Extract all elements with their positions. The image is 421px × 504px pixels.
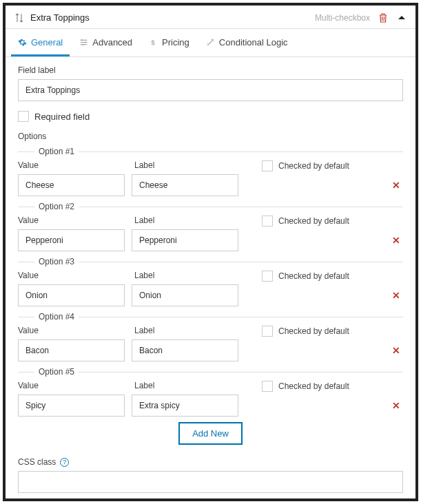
field-title: Extra Toppings <box>30 12 315 23</box>
option-column-headers: Value Label Checked by default <box>18 271 403 282</box>
remove-option-icon[interactable]: ✕ <box>392 345 403 356</box>
tab-label: Conditional Logic <box>219 37 288 48</box>
field-label-group: Field label <box>18 65 403 101</box>
option-value-input[interactable] <box>18 229 125 251</box>
remove-option-icon[interactable]: ✕ <box>392 180 403 191</box>
options-list: Option #1 Value Label Checked by default… <box>18 147 403 417</box>
option-legend-row: Option #3 <box>18 257 403 266</box>
value-header: Value <box>18 216 125 227</box>
tab-general[interactable]: General <box>11 29 70 56</box>
option-label-input[interactable] <box>132 174 238 196</box>
checked-default-checkbox[interactable] <box>262 381 273 392</box>
collapse-icon[interactable] <box>398 14 406 22</box>
tab-label: Pricing <box>162 37 189 48</box>
checked-default-header: Checked by default <box>262 216 349 227</box>
option-block: Option #1 Value Label Checked by default… <box>18 147 403 196</box>
option-column-headers: Value Label Checked by default <box>18 216 403 227</box>
checked-default-checkbox[interactable] <box>262 271 273 282</box>
label-header: Label <box>134 381 241 392</box>
option-label-input[interactable] <box>132 229 238 251</box>
option-legend: Option #2 <box>34 202 79 211</box>
value-header: Value <box>18 271 125 282</box>
option-legend-row: Option #4 <box>18 312 403 322</box>
remove-option-icon[interactable]: ✕ <box>392 235 403 246</box>
wand-icon <box>206 38 215 47</box>
option-legend: Option #1 <box>34 147 79 156</box>
tab-advanced[interactable]: Advanced <box>72 29 139 56</box>
field-editor-panel: Extra Toppings Multi-checkbox General Ad… <box>3 3 418 501</box>
label-header: Label <box>134 160 241 171</box>
css-class-input[interactable] <box>18 471 403 493</box>
option-inputs-row: ✕ <box>18 339 403 361</box>
svg-text:$: $ <box>151 39 155 46</box>
option-block: Option #2 Value Label Checked by default… <box>18 202 403 251</box>
dollar-icon: $ <box>149 38 158 47</box>
tab-label: Advanced <box>92 37 132 48</box>
option-legend-row: Option #2 <box>18 202 403 211</box>
checked-default-checkbox[interactable] <box>262 216 273 227</box>
option-value-input[interactable] <box>18 284 125 306</box>
tabs-bar: General Advanced $ Pricing Conditional L… <box>6 29 415 57</box>
option-legend: Option #4 <box>34 312 79 322</box>
svg-point-1 <box>85 41 86 43</box>
option-legend-row: Option #1 <box>18 147 403 156</box>
checked-default-checkbox[interactable] <box>262 326 273 337</box>
svg-point-2 <box>83 44 84 45</box>
gear-icon <box>18 38 27 47</box>
required-label: Required field <box>34 112 90 122</box>
value-header: Value <box>18 381 125 392</box>
option-legend: Option #5 <box>34 367 79 377</box>
label-header: Label <box>134 326 241 337</box>
option-legend-row: Option #5 <box>18 367 403 377</box>
option-inputs-row: ✕ <box>18 174 403 196</box>
option-inputs-row: ✕ <box>18 284 403 306</box>
css-class-group: CSS class ? <box>18 457 403 493</box>
option-label-input[interactable] <box>132 284 238 306</box>
option-column-headers: Value Label Checked by default <box>18 160 403 171</box>
option-value-input[interactable] <box>18 339 125 361</box>
checked-default-header: Checked by default <box>262 381 349 392</box>
checked-default-checkbox[interactable] <box>262 160 273 171</box>
remove-option-icon[interactable]: ✕ <box>392 290 403 301</box>
label-header: Label <box>134 271 241 282</box>
option-column-headers: Value Label Checked by default <box>18 326 403 337</box>
option-value-input[interactable] <box>18 395 125 417</box>
field-label-input[interactable] <box>18 79 403 101</box>
required-field-row: Required field <box>18 111 403 122</box>
drag-handle-icon[interactable] <box>15 13 23 23</box>
trash-icon[interactable] <box>378 13 388 23</box>
tab-label: General <box>31 37 63 48</box>
field-label-text: Field label <box>18 65 403 75</box>
help-icon[interactable]: ? <box>60 458 69 467</box>
panel-body: Field label Required field Options Optio… <box>6 57 415 501</box>
label-header: Label <box>134 216 241 227</box>
sliders-icon <box>79 38 88 47</box>
checked-default-text: Checked by default <box>278 326 349 336</box>
required-checkbox[interactable] <box>18 111 29 122</box>
option-value-input[interactable] <box>18 174 125 196</box>
option-column-headers: Value Label Checked by default <box>18 381 403 392</box>
option-block: Option #5 Value Label Checked by default… <box>18 367 403 417</box>
header-bar: Extra Toppings Multi-checkbox <box>6 6 415 29</box>
checked-default-header: Checked by default <box>262 271 349 282</box>
checked-default-text: Checked by default <box>278 271 349 281</box>
field-type-label: Multi-checkbox <box>315 13 370 23</box>
checked-default-text: Checked by default <box>278 161 349 171</box>
option-block: Option #3 Value Label Checked by default… <box>18 257 403 306</box>
css-class-label: CSS class <box>18 457 56 467</box>
option-block: Option #4 Value Label Checked by default… <box>18 312 403 361</box>
add-new-button[interactable]: Add New <box>178 422 243 445</box>
option-legend: Option #3 <box>34 257 79 266</box>
value-header: Value <box>18 160 125 171</box>
tab-pricing[interactable]: $ Pricing <box>142 29 196 56</box>
svg-point-0 <box>81 39 83 41</box>
checked-default-text: Checked by default <box>278 216 349 226</box>
option-label-input[interactable] <box>132 339 238 361</box>
checked-default-text: Checked by default <box>278 381 349 391</box>
checked-default-header: Checked by default <box>262 160 349 171</box>
option-inputs-row: ✕ <box>18 395 403 417</box>
tab-conditional[interactable]: Conditional Logic <box>199 29 295 56</box>
remove-option-icon[interactable]: ✕ <box>392 400 403 411</box>
option-label-input[interactable] <box>132 395 238 417</box>
value-header: Value <box>18 326 125 337</box>
